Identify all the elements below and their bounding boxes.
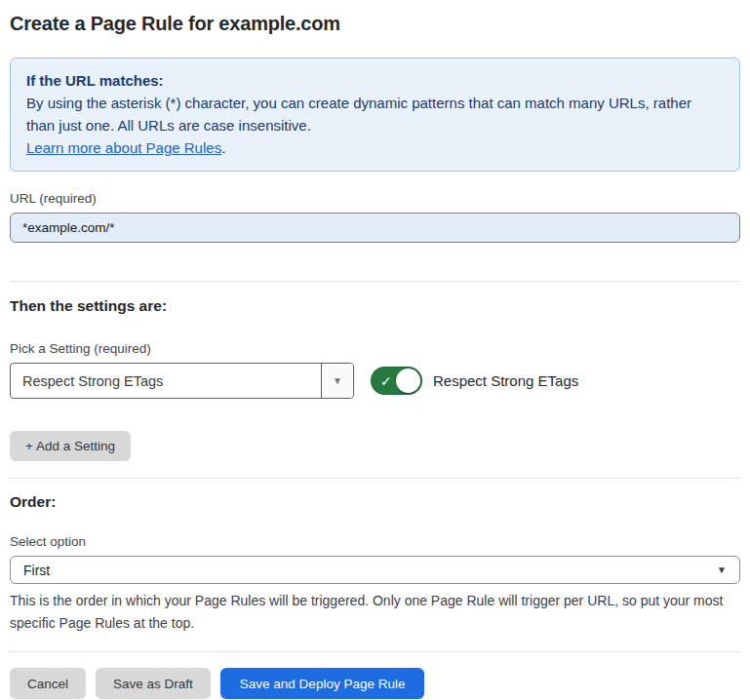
chevron-down-icon: ▼	[717, 564, 727, 575]
add-setting-button[interactable]: + Add a Setting	[10, 431, 131, 461]
pick-setting-label: Pick a Setting (required)	[10, 340, 740, 357]
setting-select-value: Respect Strong ETags	[11, 364, 321, 398]
toggle-knob	[396, 369, 420, 393]
order-select[interactable]: First ▼	[10, 556, 740, 584]
setting-row: Respect Strong ETags ▼ ✓ Respect Strong …	[10, 363, 740, 399]
link-period: .	[221, 139, 225, 156]
order-help-text: This is the order in which your Page Rul…	[10, 590, 740, 635]
info-box-heading: If the URL matches:	[26, 69, 724, 92]
create-page-rule-form: Create a Page Rule for example.com If th…	[0, 0, 750, 700]
info-box-link-row: Learn more about Page Rules.	[26, 136, 724, 159]
divider	[10, 651, 740, 652]
cancel-button[interactable]: Cancel	[10, 668, 86, 699]
learn-more-link[interactable]: Learn more about Page Rules	[26, 139, 221, 156]
setting-toggle-group: ✓ Respect Strong ETags	[371, 367, 578, 395]
order-select-value: First	[23, 563, 50, 578]
toggle-label: Respect Strong ETags	[433, 372, 578, 389]
url-match-info-box: If the URL matches: By using the asteris…	[10, 58, 740, 172]
respect-strong-etags-toggle[interactable]: ✓	[371, 367, 422, 395]
order-section-heading: Order:	[10, 491, 740, 512]
order-select-label: Select option	[10, 533, 740, 550]
save-deploy-button[interactable]: Save and Deploy Page Rule	[220, 668, 425, 699]
url-field-label: URL (required)	[10, 190, 740, 207]
divider	[10, 281, 740, 282]
page-title: Create a Page Rule for example.com	[10, 10, 740, 37]
footer-buttons: Cancel Save as Draft Save and Deploy Pag…	[10, 668, 740, 699]
check-icon: ✓	[380, 373, 392, 387]
info-box-body: By using the asterisk (*) character, you…	[26, 92, 724, 136]
divider	[10, 478, 740, 479]
chevron-down-icon: ▼	[321, 364, 353, 398]
setting-select[interactable]: Respect Strong ETags ▼	[10, 363, 354, 399]
url-input[interactable]	[10, 213, 740, 243]
save-draft-button[interactable]: Save as Draft	[96, 668, 211, 699]
settings-section-heading: Then the settings are:	[10, 295, 740, 316]
